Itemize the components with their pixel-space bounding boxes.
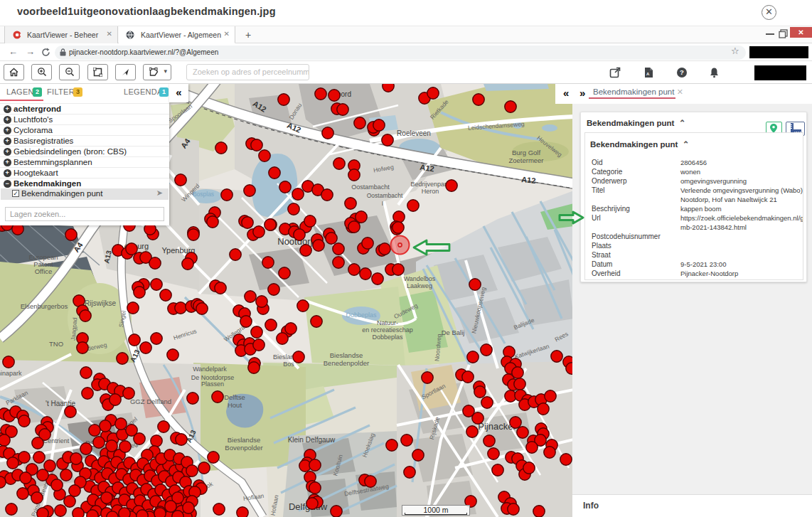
- svg-text:Roeleveen: Roeleveen: [397, 129, 431, 137]
- svg-text:TNO: TNO: [49, 340, 63, 348]
- svg-text:Natuur-: Natuur-: [377, 319, 398, 326]
- svg-text:Rijswijkse: Rijswijkse: [85, 299, 116, 307]
- svg-text:minapark: minapark: [0, 370, 22, 377]
- svg-text:Office: Office: [35, 267, 53, 275]
- svg-text:I: I: [382, 200, 383, 207]
- svg-text:Dobbeplas: Dobbeplas: [372, 334, 403, 341]
- svg-text:Bosplas: Bosplas: [193, 191, 214, 198]
- svg-text:Heron: Heron: [422, 188, 439, 195]
- svg-text:GGZ Delfland: GGZ Delfland: [130, 398, 171, 405]
- svg-text:Oostambacht: Oostambacht: [351, 183, 390, 191]
- svg-text:Benedenpolder: Benedenpolder: [324, 359, 369, 367]
- svg-text:Elsenburgerbos: Elsenburgerbos: [21, 302, 68, 310]
- svg-text:Laakweg: Laakweg: [407, 282, 432, 289]
- svg-text:Bieslandse: Bieslandse: [330, 351, 363, 359]
- svg-text:Bieslandse: Bieslandse: [228, 436, 260, 444]
- svg-text:Wandelbos: Wandelbos: [404, 275, 436, 282]
- svg-text:Dobbeplas: Dobbeplas: [346, 311, 377, 319]
- svg-text:Delftse: Delftse: [224, 393, 245, 401]
- svg-text:Wandelpark: Wandelpark: [193, 366, 227, 373]
- svg-text:Oostambacht: Oostambacht: [367, 192, 403, 199]
- svg-text:en recreatieschap: en recreatieschap: [362, 326, 413, 334]
- svg-text:Bos: Bos: [283, 361, 294, 368]
- svg-text:Klein Delfgauw: Klein Delfgauw: [288, 436, 336, 444]
- svg-text:?: ?: [680, 68, 684, 76]
- svg-text:Burg Golf: Burg Golf: [512, 149, 540, 156]
- svg-text:Bedrijvenpark: Bedrijvenpark: [410, 181, 450, 188]
- svg-text:Hout: Hout: [228, 401, 242, 409]
- svg-text:A: A: [646, 72, 650, 76]
- svg-text:A12: A12: [521, 175, 536, 185]
- svg-text:De Balij: De Balij: [442, 329, 465, 336]
- svg-text:Zoetermeer: Zoetermeer: [508, 156, 543, 164]
- svg-text:Bovenpolder: Bovenpolder: [225, 444, 262, 452]
- svg-text:Plassen: Plassen: [201, 380, 224, 388]
